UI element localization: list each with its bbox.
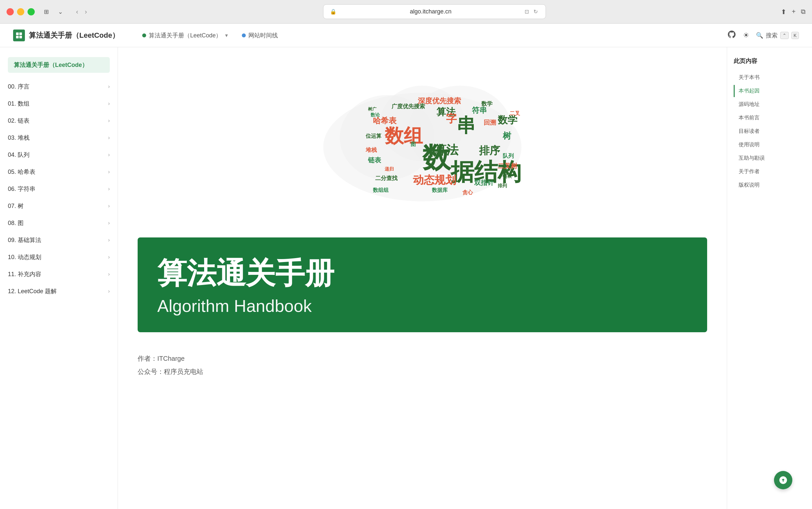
site-header-right: ☀ 🔍 搜索 ⌃ K (727, 30, 799, 41)
sidebar-item-preface[interactable]: 00. 序言 › (0, 78, 118, 95)
back-button[interactable]: ‹ (75, 6, 80, 17)
chevron-right-icon: › (108, 152, 110, 158)
sidebar-item-basic-algo[interactable]: 09. 基础算法 › (0, 232, 118, 248)
toc-item-author[interactable]: 关于作者 (734, 166, 806, 178)
sidebar-item-stack[interactable]: 03. 堆栈 › (0, 129, 118, 146)
search-button[interactable]: 🔍 搜索 ⌃ K (756, 32, 799, 39)
chevron-right-icon: › (108, 271, 110, 277)
sidebar-item-label: 10. 动态规划 (8, 253, 41, 261)
url-text: algo.itcharge.cn (340, 8, 521, 15)
share-button[interactable]: ⬆ (781, 8, 786, 16)
sidebar-item-queue[interactable]: 04. 队列 › (0, 146, 118, 163)
svg-text:数组组: 数组组 (373, 187, 389, 193)
new-tab-button[interactable]: + (792, 8, 796, 15)
author-info: 作者：ITCharge 公众号：程序员充电站 (138, 345, 707, 385)
logo-icon (13, 30, 25, 41)
toc-item-about[interactable]: 关于本书 (734, 71, 806, 83)
browser-controls: ‹ › (75, 6, 88, 17)
github-button[interactable] (727, 30, 736, 41)
sidebar-item-label: 07. 树 (8, 202, 24, 210)
svg-rect-3 (19, 36, 22, 38)
toc-item-feedback[interactable]: 互助与勘误 (734, 152, 806, 164)
toc-item-source[interactable]: 源码地址 (734, 98, 806, 110)
sidebar-item-tree[interactable]: 07. 树 › (0, 197, 118, 214)
sidebar-item-label: 12. LeetCode 题解 (8, 287, 57, 295)
sidebar-item-label: 11. 补充内容 (8, 270, 41, 278)
book-banner: 算法通关手册 Algorithm Handbook (138, 237, 707, 332)
traffic-lights (6, 8, 35, 15)
chevron-right-icon: › (108, 220, 110, 226)
nav-handbook[interactable]: 算法通关手册（LeetCode） ▼ (142, 32, 229, 39)
search-shortcut-k: K (791, 32, 799, 39)
sidebar-item-linkedlist[interactable]: 02. 链表 › (0, 112, 118, 129)
toc-item-copyright[interactable]: 版权说明 (734, 179, 806, 191)
sidebar-item-label: 06. 字符串 (8, 185, 35, 193)
chevron-right-icon: › (108, 118, 110, 124)
word-cloud-container: 算法 哈希表 深度优先搜索 符串 数学 数学 数组 字 串 树 广度优先搜索 算… (138, 60, 707, 224)
author-label: 作者：ITCharge (138, 352, 707, 365)
main-layout: 算法通关手册（LeetCode） 00. 序言 › 01. 数组 › 02. 链… (0, 47, 812, 509)
site-logo[interactable]: 算法通关手册（LeetCode） (13, 30, 119, 41)
sidebar-item-leetcode[interactable]: 12. LeetCode 题解 › (0, 283, 118, 300)
sidebar-toggle-button[interactable]: ⊞ (44, 8, 49, 15)
sidebar-item-string[interactable]: 06. 字符串 › (0, 180, 118, 197)
nav-timeline-dot (242, 33, 246, 37)
minimize-button[interactable] (17, 8, 24, 15)
toc-item-origin[interactable]: 本书起因 (734, 85, 806, 97)
scroll-top-button[interactable] (774, 471, 792, 489)
nav-handbook-label: 算法通关手册（LeetCode） (149, 32, 222, 39)
right-toc-title: 此页内容 (734, 57, 806, 65)
svg-text:动态规划: 动态规划 (413, 174, 456, 186)
nav-handbook-chevron: ▼ (224, 33, 229, 38)
maximize-button[interactable] (28, 8, 35, 15)
svg-text:数学: 数学 (481, 100, 492, 107)
sidebar-item-label: 00. 序言 (8, 83, 30, 91)
sidebar-item-graph[interactable]: 08. 图 › (0, 214, 118, 232)
sidebar-item-label: 03. 堆栈 (8, 134, 30, 142)
sidebar-item-label: 08. 图 (8, 219, 24, 227)
svg-text:数学: 数学 (497, 114, 517, 125)
toc-item-usage[interactable]: 使用说明 (734, 139, 806, 151)
chevron-right-icon: › (108, 83, 110, 90)
svg-text:链表: 链表 (368, 157, 381, 164)
site-nav: 算法通关手册（LeetCode） ▼ 网站时间线 (142, 32, 717, 39)
chevron-right-icon: › (108, 101, 110, 107)
sidebar-title[interactable]: 算法通关手册（LeetCode） (8, 57, 110, 73)
browser-chrome: ⊞ ⌄ ‹ › 🔒 algo.itcharge.cn ⊡ ↻ ⬆ + ⧉ (0, 0, 812, 24)
sidebar-item-array[interactable]: 01. 数组 › (0, 95, 118, 112)
close-button[interactable] (6, 8, 14, 15)
theme-toggle-button[interactable]: ☀ (743, 31, 749, 40)
sidebar-item-label: 05. 哈希表 (8, 168, 35, 176)
search-shortcut-ctrl: ⌃ (780, 32, 789, 39)
svg-text:双指针: 双指针 (474, 179, 494, 186)
nav-timeline-label: 网站时间线 (248, 32, 278, 39)
forward-button[interactable]: › (83, 6, 88, 17)
nav-timeline[interactable]: 网站时间线 (242, 32, 278, 39)
svg-rect-2 (16, 36, 19, 38)
svg-text:位运算: 位运算 (365, 133, 382, 139)
windows-button[interactable]: ⧉ (801, 8, 806, 15)
toc-item-preface[interactable]: 本书前言 (734, 112, 806, 124)
content-area: 算法 哈希表 深度优先搜索 符串 数学 数学 数组 字 串 树 广度优先搜索 算… (118, 47, 727, 509)
sidebar-expand-button[interactable]: ⌄ (58, 8, 63, 15)
nav-handbook-dot (142, 33, 146, 37)
svg-text:数: 数 (422, 142, 451, 173)
refresh-button[interactable]: ↻ (532, 7, 539, 16)
svg-text:排序: 排序 (479, 145, 501, 157)
sidebar-item-label: 01. 数组 (8, 100, 30, 108)
svg-text:堆栈: 堆栈 (365, 146, 377, 153)
svg-rect-1 (19, 32, 22, 35)
svg-text:数论: 数论 (370, 112, 380, 117)
sidebar-item-label: 02. 链表 (8, 117, 30, 125)
sidebar-item-dp[interactable]: 10. 动态规划 › (0, 248, 118, 266)
sidebar-item-supplement[interactable]: 11. 补充内容 › (0, 266, 118, 283)
site-header: 算法通关手册（LeetCode） 算法通关手册（LeetCode） ▼ 网站时间… (0, 24, 812, 47)
reader-icon[interactable]: ⊡ (525, 8, 529, 15)
search-icon: 🔍 (756, 32, 763, 39)
toc-item-audience[interactable]: 目标读者 (734, 125, 806, 137)
svg-text:数组: 数组 (384, 125, 423, 146)
word-cloud: 算法 哈希表 深度优先搜索 符串 数学 数学 数组 字 串 树 广度优先搜索 算… (304, 60, 540, 224)
sidebar-item-hashtable[interactable]: 05. 哈希表 › (0, 163, 118, 180)
svg-text:队列: 队列 (503, 152, 514, 159)
address-bar[interactable]: 🔒 algo.itcharge.cn ⊡ ↻ (323, 4, 546, 19)
